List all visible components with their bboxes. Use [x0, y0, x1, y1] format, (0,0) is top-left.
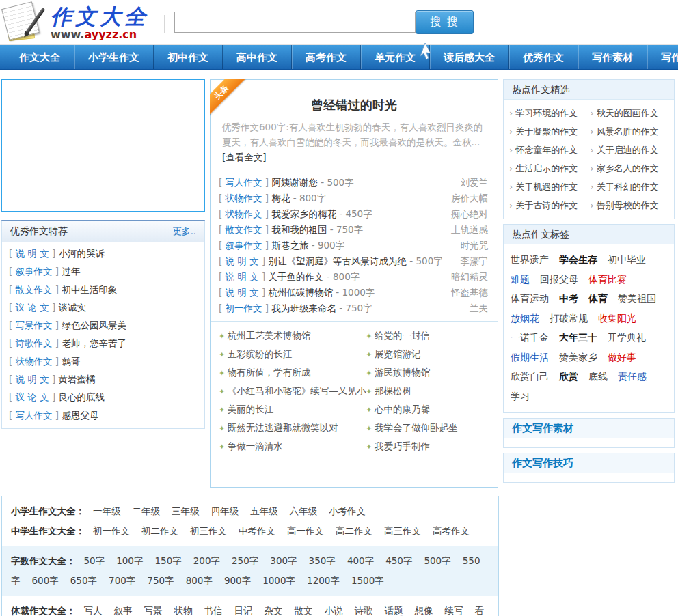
- directory-link[interactable]: 1200字: [307, 575, 340, 586]
- directory-link[interactable]: 300字: [270, 555, 297, 566]
- article-title-link[interactable]: 我和我的祖国: [271, 224, 327, 235]
- site-logo[interactable]: 作文大全 www.ayyzz.cn: [3, 1, 149, 42]
- featured-category-link[interactable]: 写景作文: [16, 320, 53, 331]
- nav-item[interactable]: 小学生作文: [74, 45, 153, 69]
- directory-link[interactable]: 高考作文: [433, 525, 470, 536]
- directory-link[interactable]: 高三作文: [384, 525, 421, 536]
- directory-link[interactable]: 150字: [154, 555, 181, 566]
- directory-link[interactable]: 杂文: [265, 605, 283, 616]
- nav-item[interactable]: 高考作文: [291, 45, 360, 69]
- tag-link[interactable]: 大年三十: [559, 328, 597, 348]
- article-category-link[interactable]: 状物作文: [226, 208, 262, 219]
- hot-essay-link[interactable]: 告别母校的作文: [597, 200, 659, 210]
- tag-link[interactable]: 学习: [511, 387, 530, 406]
- article-category-link[interactable]: 叙事作文: [226, 240, 262, 251]
- featured-category-link[interactable]: 诗歌作文: [16, 337, 53, 348]
- quick-link[interactable]: 游民族博物馆: [375, 367, 430, 378]
- tag-link[interactable]: 假期生活: [511, 348, 549, 367]
- directory-link[interactable]: 200字: [193, 555, 220, 566]
- directory-link[interactable]: 250字: [232, 555, 258, 566]
- article-title-link[interactable]: 斯巷之旅: [271, 240, 308, 251]
- featured-title-link[interactable]: 小河的哭诉: [59, 248, 105, 259]
- quick-link[interactable]: 五彩缤纷的长江: [228, 348, 293, 359]
- tag-link[interactable]: 开学典礼: [608, 328, 646, 348]
- directory-link[interactable]: 中考作文: [239, 525, 275, 536]
- featured-category-link[interactable]: 写人作文: [16, 410, 53, 421]
- directory-link[interactable]: 六年级: [290, 505, 318, 516]
- article-category-link[interactable]: 初一作文: [226, 303, 262, 313]
- read-more-link[interactable]: [查看全文]: [222, 152, 267, 163]
- featured-category-link[interactable]: 议 论 文: [16, 391, 49, 402]
- quick-link[interactable]: 我爱巧手制作: [375, 440, 430, 451]
- tag-link[interactable]: 底线: [588, 367, 608, 387]
- hot-essay-link[interactable]: 秋天的图画作文: [597, 108, 659, 118]
- tag-link[interactable]: 世界遗产: [511, 250, 549, 270]
- directory-link[interactable]: 700字: [109, 575, 135, 586]
- tag-link[interactable]: 难题: [511, 270, 530, 290]
- featured-title-link[interactable]: 良心的底线: [59, 391, 105, 402]
- materials-panel-title[interactable]: 作文写作素材: [504, 419, 674, 438]
- hot-essay-link[interactable]: 关于古诗的作文: [515, 200, 578, 210]
- directory-link[interactable]: 五年级: [250, 505, 278, 516]
- directory-link[interactable]: 高一作文: [287, 525, 324, 536]
- nav-item[interactable]: 初中作文: [153, 45, 222, 69]
- tag-link[interactable]: 初中毕业: [608, 250, 646, 270]
- tag-link[interactable]: 做好事: [608, 348, 636, 367]
- quick-link[interactable]: 《小红马和小骆驼》续写—又见小: [228, 385, 366, 396]
- article-title-link[interactable]: 关于鱼的作文: [269, 271, 324, 282]
- featured-category-link[interactable]: 状物作文: [16, 356, 53, 367]
- article-title-link[interactable]: 别让《望洞庭》等古风景诗成为绝: [269, 255, 407, 266]
- directory-link[interactable]: 状物: [174, 605, 193, 616]
- directory-link[interactable]: 四年级: [211, 505, 239, 516]
- article-category-link[interactable]: 写人作文: [226, 177, 262, 188]
- tag-link[interactable]: 欣赏: [559, 367, 578, 387]
- directory-link[interactable]: 高二作文: [336, 525, 372, 536]
- featured-category-link[interactable]: 说 明 文: [16, 374, 49, 384]
- tag-link[interactable]: 赞美祖国: [618, 289, 656, 309]
- nav-item[interactable]: 作文大全: [5, 45, 74, 69]
- featured-title-link[interactable]: 感恩父母: [62, 410, 98, 421]
- hot-essay-link[interactable]: 关于启迪的作文: [597, 145, 659, 155]
- directory-link[interactable]: 叙事: [114, 605, 133, 616]
- directory-link[interactable]: 书信: [204, 605, 223, 616]
- nav-item[interactable]: 写作素材: [578, 45, 647, 69]
- directory-link[interactable]: 450字: [385, 555, 412, 566]
- article-category-link[interactable]: 说 明 文: [226, 255, 259, 266]
- article-title-link[interactable]: 我为班级来命名: [271, 303, 336, 313]
- tag-link[interactable]: 体育: [588, 289, 608, 309]
- directory-link[interactable]: 三年级: [172, 505, 200, 516]
- hot-essay-link[interactable]: 关于科幻的作文: [597, 182, 659, 192]
- article-category-link[interactable]: 说 明 文: [226, 287, 259, 298]
- tag-link[interactable]: 欣赏自己: [511, 367, 549, 387]
- featured-category-link[interactable]: 散文作文: [16, 284, 53, 295]
- tag-link[interactable]: 赞美家乡: [559, 348, 597, 367]
- featured-title-link[interactable]: 初中生活印象: [62, 284, 117, 295]
- hot-essay-link[interactable]: 关于机遇的作文: [515, 182, 578, 192]
- directory-link[interactable]: 二年级: [133, 505, 161, 516]
- quick-link[interactable]: 我学会了做仰卧起坐: [375, 422, 458, 433]
- quick-link[interactable]: 心中的康乃馨: [375, 404, 430, 415]
- directory-link[interactable]: 一年级: [93, 505, 121, 516]
- directory-link[interactable]: 小说: [325, 605, 343, 616]
- hot-essay-link[interactable]: 关于凝聚的作文: [515, 126, 578, 137]
- hot-essay-link[interactable]: 家乡名人的作文: [597, 163, 659, 173]
- directory-link[interactable]: 散文: [295, 605, 313, 616]
- nav-item[interactable]: 写作技巧: [647, 45, 678, 69]
- tag-link[interactable]: 放烟花: [511, 309, 539, 328]
- article-category-link[interactable]: 状物作文: [226, 193, 262, 204]
- directory-link[interactable]: 日记: [234, 605, 253, 616]
- directory-link[interactable]: 小考作文: [329, 505, 366, 516]
- featured-title-link[interactable]: 过年: [62, 266, 80, 277]
- quick-link[interactable]: 那棵松树: [375, 385, 411, 396]
- tag-link[interactable]: 体育运动: [511, 289, 549, 309]
- tag-link[interactable]: 体育比赛: [588, 270, 627, 290]
- directory-link[interactable]: 写景: [144, 605, 163, 616]
- tag-link[interactable]: 学会生存: [559, 250, 597, 270]
- directory-link[interactable]: 初一作文: [93, 525, 130, 536]
- directory-link[interactable]: 600字: [32, 575, 59, 586]
- directory-link[interactable]: 想像: [415, 605, 433, 616]
- directory-link[interactable]: 1500字: [351, 575, 384, 586]
- directory-link[interactable]: 话题: [385, 605, 403, 616]
- directory-link[interactable]: 1000字: [262, 575, 295, 586]
- quick-link[interactable]: 杭州工艺美术博物馆: [228, 330, 311, 341]
